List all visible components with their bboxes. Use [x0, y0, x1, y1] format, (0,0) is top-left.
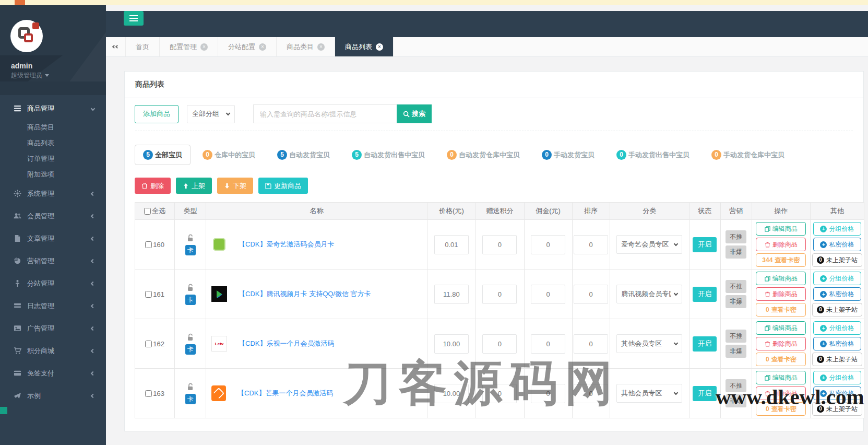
price-input[interactable] — [434, 285, 469, 304]
view-cards-button[interactable]: 0 查看卡密 — [756, 303, 806, 317]
close-icon[interactable]: × — [317, 43, 325, 51]
no-hot-badge[interactable]: 非爆 — [726, 345, 746, 358]
filter-tab-manual-ship[interactable]: 0 手动发货宝贝 — [542, 150, 594, 160]
row-checkbox[interactable] — [145, 341, 152, 347]
sidebar-item-points-mall[interactable]: 积分商城 — [0, 339, 106, 362]
commission-input[interactable] — [531, 384, 565, 403]
not-listed-substation-button[interactable]: 0 未上架子站 — [812, 253, 862, 267]
search-button[interactable]: 搜索 — [397, 104, 432, 123]
view-cards-button[interactable]: 0 查看卡密 — [756, 402, 806, 416]
group-price-button[interactable]: + 分组价格 — [813, 222, 861, 236]
status-on-button[interactable]: 开启 — [693, 336, 717, 352]
not-listed-substation-button[interactable]: 0 未上架子站 — [812, 303, 862, 317]
row-checkbox[interactable] — [145, 390, 152, 397]
tab-config-management[interactable]: 配置管理 × — [160, 37, 218, 56]
commission-input[interactable] — [531, 334, 565, 354]
status-on-button[interactable]: 开启 — [693, 386, 717, 401]
edit-goods-button[interactable]: 编辑商品 — [756, 222, 806, 236]
private-price-button[interactable]: + 私密价格 — [813, 238, 861, 251]
sidebar-item-ad-management[interactable]: 广告管理 — [0, 317, 106, 339]
sort-input[interactable] — [574, 235, 608, 254]
no-push-badge[interactable]: 不推 — [726, 230, 746, 243]
filter-tab-all[interactable]: 5 全部宝贝 — [135, 145, 191, 165]
private-price-button[interactable]: + 私密价格 — [813, 387, 861, 400]
sidebar-item-goods-list[interactable]: 商品列表 — [0, 135, 106, 151]
points-input[interactable] — [482, 384, 517, 403]
row-checkbox[interactable] — [145, 291, 152, 298]
no-push-badge[interactable]: 不推 — [726, 330, 746, 343]
no-hot-badge[interactable]: 非爆 — [726, 295, 746, 308]
commission-input[interactable] — [531, 285, 565, 304]
tab-goods-category[interactable]: 商品类目 × — [277, 37, 335, 56]
sidebar-item-goods-category[interactable]: 商品类目 — [0, 120, 106, 135]
product-name-link[interactable]: 【CDK】芒果一个月会员激活码 — [237, 389, 333, 398]
edit-goods-button[interactable]: 编辑商品 — [756, 321, 806, 335]
edit-goods-button[interactable]: 编辑商品 — [756, 272, 806, 285]
avatar[interactable] — [10, 20, 43, 52]
product-name-link[interactable]: 【CDK】爱奇艺激活码会员月卡 — [239, 240, 334, 249]
bulk-on-shelf-button[interactable]: 上架 — [176, 178, 212, 194]
sidebar-toggle-button[interactable] — [124, 11, 144, 26]
category-select[interactable]: 其他会员专区 — [616, 334, 682, 353]
filter-tab-auto-ship[interactable]: 5 自动发货宝贝 — [277, 150, 330, 160]
sidebar-item-member-management[interactable]: 会员管理 — [0, 205, 106, 227]
view-cards-button[interactable]: 344 查看卡密 — [756, 253, 806, 267]
group-filter-select[interactable]: 全部分组 — [187, 105, 235, 123]
delete-goods-button[interactable]: 删除商品 — [756, 287, 806, 301]
category-select[interactable]: 其他会员专区 — [616, 384, 682, 403]
not-listed-substation-button[interactable]: 0 未上架子站 — [812, 402, 862, 416]
group-price-button[interactable]: + 分组价格 — [813, 371, 861, 384]
select-all-checkbox[interactable] — [144, 208, 151, 215]
user-role-dropdown[interactable]: 超级管理员 — [11, 71, 49, 80]
no-hot-badge[interactable]: 非爆 — [726, 394, 746, 407]
tab-substation-config[interactable]: 分站配置 × — [218, 37, 277, 56]
filter-tab-manual-ship-selling[interactable]: 0 手动发货出售中宝贝 — [616, 150, 689, 160]
private-price-button[interactable]: + 私密价格 — [813, 287, 861, 301]
filter-tab-in-stock[interactable]: 0 仓库中的宝贝 — [203, 150, 255, 160]
status-on-button[interactable]: 开启 — [693, 237, 717, 252]
sidebar-item-article-management[interactable]: 文章管理 — [0, 227, 106, 250]
sidebar-item-example[interactable]: 示例 — [0, 384, 106, 407]
filter-tab-auto-ship-stock[interactable]: 0 自动发货仓库中宝贝 — [447, 150, 520, 160]
search-input[interactable] — [253, 104, 397, 123]
product-name-link[interactable]: 【CDK】乐视一个月会员激活码 — [239, 339, 334, 348]
product-name-link[interactable]: 【CDK】腾讯视频月卡 支持QQ/微信 官方卡 — [239, 289, 371, 299]
no-hot-badge[interactable]: 非爆 — [726, 245, 746, 259]
delete-goods-button[interactable]: 删除商品 — [756, 387, 806, 400]
points-input[interactable] — [482, 235, 517, 254]
delete-goods-button[interactable]: 删除商品 — [756, 337, 806, 350]
no-push-badge[interactable]: 不推 — [726, 379, 746, 392]
sidebar-item-substation-management[interactable]: 分站管理 — [0, 272, 106, 295]
sidebar-item-marketing-management[interactable]: 营销管理 — [0, 250, 106, 272]
filter-tab-manual-ship-stock[interactable]: 0 手动发货仓库中宝贝 — [711, 150, 784, 160]
close-icon[interactable]: × — [200, 43, 208, 51]
sidebar-item-system-management[interactable]: 系统管理 — [0, 182, 106, 205]
tab-home[interactable]: 首页 — [126, 37, 160, 56]
price-input[interactable] — [434, 384, 469, 403]
sidebar-item-order-management[interactable]: 订单管理 — [0, 151, 106, 167]
sort-input[interactable] — [574, 384, 608, 403]
delete-goods-button[interactable]: 删除商品 — [756, 238, 806, 251]
tab-goods-list[interactable]: 商品列表 × — [335, 37, 394, 56]
price-input[interactable] — [434, 235, 469, 254]
edit-goods-button[interactable]: 编辑商品 — [756, 371, 806, 384]
sidebar-item-log-management[interactable]: 日志管理 — [0, 295, 106, 317]
status-on-button[interactable]: 开启 — [693, 287, 717, 302]
tabs-scroll-left-button[interactable] — [106, 37, 126, 56]
group-price-button[interactable]: + 分组价格 — [813, 272, 861, 285]
sidebar-item-goods-management[interactable]: 商品管理 — [0, 97, 106, 120]
price-input[interactable] — [434, 334, 469, 354]
private-price-button[interactable]: + 私密价格 — [813, 337, 861, 350]
group-price-button[interactable]: + 分组价格 — [813, 321, 861, 335]
add-goods-button[interactable]: 添加商品 — [135, 105, 179, 123]
sidebar-item-payment[interactable]: 免签支付 — [0, 362, 106, 384]
close-icon[interactable]: × — [259, 43, 266, 51]
close-icon[interactable]: × — [376, 43, 383, 51]
no-push-badge[interactable]: 不推 — [726, 280, 746, 293]
not-listed-substation-button[interactable]: 0 未上架子站 — [812, 353, 862, 366]
bulk-delete-button[interactable]: 删除 — [135, 178, 171, 194]
points-input[interactable] — [482, 334, 517, 354]
row-checkbox[interactable] — [145, 241, 152, 248]
sort-input[interactable] — [574, 334, 608, 354]
filter-tab-auto-ship-selling[interactable]: 5 自动发货出售中宝贝 — [352, 150, 425, 160]
